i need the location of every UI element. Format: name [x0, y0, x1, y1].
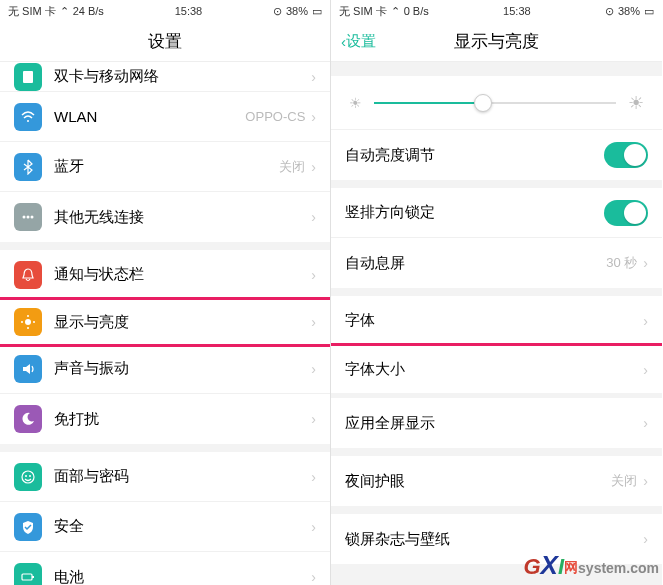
- row-value: OPPO-CS: [245, 109, 305, 124]
- chevron-right-icon: ›: [311, 361, 316, 377]
- svg-rect-13: [22, 574, 32, 580]
- row-font-size[interactable]: 字体大小 ›: [331, 343, 662, 393]
- row-value: 关闭: [279, 158, 305, 176]
- wifi-icon: [14, 103, 42, 131]
- carrier-text: 无 SIM 卡: [339, 4, 387, 19]
- carrier-text: 无 SIM 卡: [8, 4, 56, 19]
- battery-icon: ▭: [312, 5, 322, 18]
- chevron-right-icon: ›: [311, 314, 316, 330]
- row-label: 电池: [54, 568, 311, 586]
- svg-point-11: [25, 475, 27, 477]
- svg-point-10: [22, 471, 34, 483]
- row-label: 面部与密码: [54, 467, 311, 486]
- clock: 15:38: [175, 5, 203, 17]
- row-label: 竖排方向锁定: [345, 203, 604, 222]
- sun-large-icon: ☀: [628, 92, 644, 114]
- status-bar: 无 SIM 卡 ⌃ 0 B/s 15:38 ⊙ 38% ▭: [331, 0, 662, 22]
- chevron-right-icon: ›: [311, 159, 316, 175]
- brightness-slider[interactable]: [374, 102, 616, 104]
- row-security[interactable]: 安全 ›: [0, 502, 330, 552]
- page-title: 设置: [148, 30, 182, 53]
- row-label: 字体大小: [345, 360, 643, 379]
- bluetooth-icon: [14, 153, 42, 181]
- chevron-right-icon: ›: [311, 519, 316, 535]
- display-settings-list[interactable]: ☀ ☀ 自动亮度调节 竖排方向锁定 自动息屏: [331, 62, 662, 585]
- wifi-icon: ⌃: [60, 5, 69, 18]
- battery-icon: ▭: [644, 5, 654, 18]
- chevron-right-icon: ›: [643, 255, 648, 271]
- chevron-right-icon: ›: [311, 569, 316, 585]
- chevron-right-icon: ›: [643, 313, 648, 329]
- sim-icon: [14, 63, 42, 91]
- back-button[interactable]: ‹ 设置: [341, 32, 376, 51]
- chevron-right-icon: ›: [311, 469, 316, 485]
- row-label: 自动息屏: [345, 254, 606, 273]
- chevron-right-icon: ›: [643, 415, 648, 431]
- brightness-slider-row: ☀ ☀: [331, 76, 662, 130]
- face-icon: [14, 463, 42, 491]
- row-label: 锁屏杂志与壁纸: [345, 530, 643, 549]
- display-brightness-screen: 无 SIM 卡 ⌃ 0 B/s 15:38 ⊙ 38% ▭ ‹ 设置 显示与亮度…: [331, 0, 662, 585]
- chevron-right-icon: ›: [643, 531, 648, 547]
- svg-point-12: [29, 475, 31, 477]
- row-battery[interactable]: 电池 ›: [0, 552, 330, 585]
- row-label: 免打扰: [54, 410, 311, 429]
- net-speed: 24 B/s: [73, 5, 104, 17]
- row-display-brightness[interactable]: 显示与亮度 ›: [0, 297, 330, 347]
- row-other-wireless[interactable]: 其他无线连接 ›: [0, 192, 330, 242]
- sun-small-icon: ☀: [349, 95, 362, 111]
- wifi-icon: ⌃: [391, 5, 400, 18]
- row-value: 关闭: [611, 472, 637, 490]
- row-dual-sim[interactable]: 双卡与移动网络 ›: [0, 62, 330, 92]
- slider-thumb[interactable]: [474, 94, 492, 112]
- header: ‹ 设置 显示与亮度: [331, 22, 662, 62]
- row-fullscreen-apps[interactable]: 应用全屏显示 ›: [331, 398, 662, 448]
- row-label: 双卡与移动网络: [54, 67, 311, 86]
- row-label: 应用全屏显示: [345, 414, 643, 433]
- row-label: 夜间护眼: [345, 472, 611, 491]
- settings-screen: 无 SIM 卡 ⌃ 24 B/s 15:38 ⊙ 38% ▭ 设置 双卡与移动网…: [0, 0, 331, 585]
- watermark: GXI网system.com: [523, 550, 659, 581]
- row-dnd[interactable]: 免打扰 ›: [0, 394, 330, 444]
- row-label: 自动亮度调节: [345, 146, 604, 165]
- bell-icon: [14, 261, 42, 289]
- speaker-icon: [14, 355, 42, 383]
- auto-brightness-toggle[interactable]: [604, 142, 648, 168]
- svg-point-2: [23, 216, 26, 219]
- svg-point-4: [31, 216, 34, 219]
- row-face-password[interactable]: 面部与密码 ›: [0, 452, 330, 502]
- row-value: 30 秒: [606, 254, 637, 272]
- row-orientation-lock: 竖排方向锁定: [331, 188, 662, 238]
- row-label: WLAN: [54, 108, 245, 125]
- header: 设置: [0, 22, 330, 62]
- svg-rect-14: [32, 576, 34, 578]
- row-bluetooth[interactable]: 蓝牙 关闭 ›: [0, 142, 330, 192]
- alarm-icon: ⊙: [273, 5, 282, 18]
- row-notifications[interactable]: 通知与状态栏 ›: [0, 250, 330, 300]
- row-label: 字体: [345, 311, 643, 330]
- battery-text: 38%: [286, 5, 308, 17]
- chevron-right-icon: ›: [311, 109, 316, 125]
- svg-point-1: [27, 120, 29, 122]
- net-speed: 0 B/s: [404, 5, 429, 17]
- orientation-lock-toggle[interactable]: [604, 200, 648, 226]
- chevron-right-icon: ›: [311, 267, 316, 283]
- row-sound[interactable]: 声音与振动 ›: [0, 344, 330, 394]
- back-label: 设置: [346, 32, 376, 51]
- shield-icon: [14, 513, 42, 541]
- row-label: 其他无线连接: [54, 208, 311, 227]
- brightness-icon: [14, 308, 42, 336]
- row-wlan[interactable]: WLAN OPPO-CS ›: [0, 92, 330, 142]
- row-auto-sleep[interactable]: 自动息屏 30 秒 ›: [331, 238, 662, 288]
- row-label: 显示与亮度: [54, 313, 311, 332]
- moon-icon: [14, 405, 42, 433]
- battery-text: 38%: [618, 5, 640, 17]
- row-font[interactable]: 字体 ›: [331, 296, 662, 346]
- clock: 15:38: [503, 5, 531, 17]
- row-night-shield[interactable]: 夜间护眼 关闭 ›: [331, 456, 662, 506]
- row-label: 通知与状态栏: [54, 265, 311, 284]
- more-icon: [14, 203, 42, 231]
- svg-point-3: [27, 216, 30, 219]
- chevron-right-icon: ›: [311, 69, 316, 85]
- settings-list[interactable]: 双卡与移动网络 › WLAN OPPO-CS › 蓝牙 关闭 ›: [0, 62, 330, 585]
